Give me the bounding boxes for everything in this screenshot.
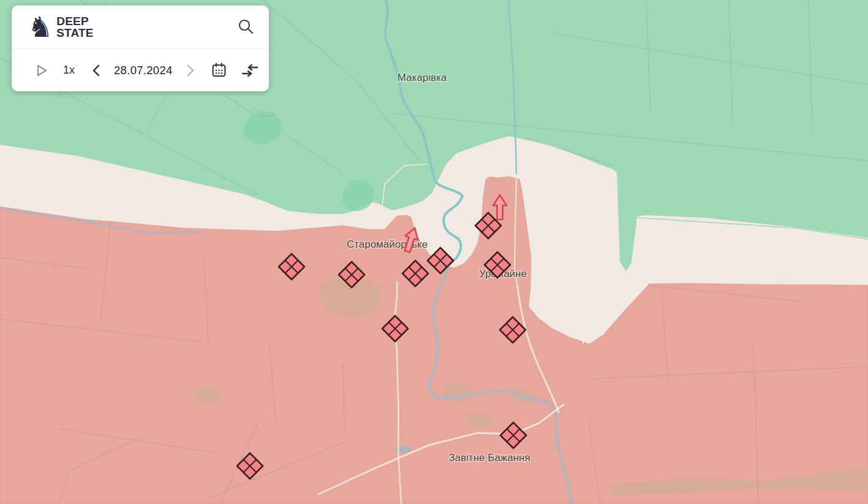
calendar-icon [211,62,227,78]
panel-header: ♞ DEEP STATE [12,6,269,49]
converge-arrows-icon [241,63,259,78]
prev-day-button[interactable] [91,64,102,77]
control-panel: ♞ DEEP STATE 1x [12,6,269,91]
search-icon [236,17,255,36]
chevron-left-icon [91,64,102,77]
play-icon [35,63,48,78]
deepstate-logo[interactable]: ♞ DEEP STATE [28,13,94,40]
logo-line1: DEEP [56,15,93,27]
speed-button[interactable]: 1x [63,64,75,77]
date-display[interactable]: 28.07.2024 [114,64,173,77]
settlement-label: Старомайорське [347,239,428,250]
search-button[interactable] [236,17,255,37]
knight-logo-icon: ♞ [28,13,53,40]
logo-line2: STATE [56,27,93,39]
deepstate-map-app: МакарівкаСтаромайорськеУрожайнеЗавітне Б… [0,0,868,504]
next-day-button[interactable] [185,64,196,77]
chevron-right-icon [185,64,196,77]
play-button[interactable] [35,63,48,78]
settlement-label: Макарівка [398,72,447,83]
timeline-controls: 1x 28.07.2024 [12,49,269,91]
settlement-label: Завітне Бажання [448,452,530,464]
calendar-button[interactable] [211,62,227,78]
jump-to-latest-button[interactable] [241,63,259,78]
